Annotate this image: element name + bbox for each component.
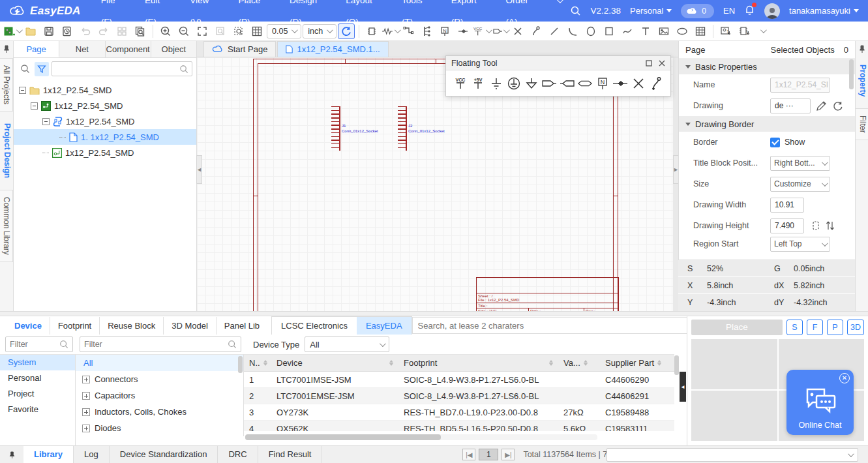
swap-width-height-icon[interactable] <box>826 220 835 231</box>
collapse-icon[interactable] <box>31 102 38 110</box>
workspace-dropdown[interactable]: Personal <box>630 6 672 16</box>
pin-probe-icon[interactable] <box>648 75 664 92</box>
zoom-window-icon[interactable] <box>212 23 229 39</box>
cloud-sync-badge[interactable]: 0 <box>681 4 714 18</box>
title-block-position-select[interactable]: Right Bott... <box>770 156 830 171</box>
table-row[interactable]: 2LTC7001EMSE-JSMSOIC-8_L4.9-W3.8-P1.27-L… <box>244 388 674 404</box>
fit-view-icon[interactable] <box>194 23 211 39</box>
tab-reuse-block[interactable]: Reuse Block <box>100 317 164 335</box>
scope-personal[interactable]: Personal <box>0 370 75 386</box>
category-capacitors[interactable]: Capacitors <box>76 387 243 404</box>
col-supplier-part[interactable]: Supplier Part <box>600 358 674 368</box>
easyeda-logo[interactable]: EasyEDA <box>0 5 93 18</box>
tree-node-board[interactable]: 1x12_P2.54_SMD <box>14 98 196 113</box>
tab-schematic-doc[interactable]: 1x12_P2.54_SMD.1... <box>277 41 388 57</box>
mode-footprint-button[interactable]: F <box>807 320 823 335</box>
sort-icon[interactable] <box>657 360 661 366</box>
tab-panel-lib[interactable]: Panel Lib <box>217 317 267 335</box>
save-as-icon[interactable] <box>59 23 76 39</box>
col-number[interactable]: N.. <box>244 358 271 368</box>
tab-project-design[interactable]: Project Design <box>0 117 13 185</box>
toolbar-more-chevron-icon[interactable] <box>754 23 771 39</box>
tab-component[interactable]: Component <box>106 41 151 57</box>
netport-output-icon[interactable] <box>541 75 557 92</box>
gnd-flag-icon[interactable] <box>488 75 504 92</box>
schematic-component-j2[interactable]: J2 Conn_01x12_Socket <box>391 106 450 153</box>
scope-project[interactable]: Project <box>0 386 75 402</box>
vcc-flag-icon[interactable]: VCC <box>453 75 468 92</box>
place-bus-icon[interactable] <box>418 23 435 39</box>
open-folder-icon[interactable] <box>22 23 39 39</box>
col-value[interactable]: Va... <box>558 358 600 368</box>
category-connectors[interactable]: Connectors <box>76 371 243 387</box>
netport-input-icon[interactable] <box>560 75 575 92</box>
section-drawing-border[interactable]: Drawing Border <box>679 116 855 132</box>
place-symbol-icon[interactable] <box>363 23 380 39</box>
tab-object[interactable]: Object <box>151 41 196 57</box>
place-panel-collapse-handle[interactable]: ◄ <box>680 372 686 402</box>
category-diodes[interactable]: Diodes <box>76 420 243 436</box>
close-icon[interactable] <box>659 60 665 67</box>
tree-filter-input[interactable] <box>52 61 192 76</box>
filter-icon[interactable] <box>35 62 49 76</box>
mode-schematic-button[interactable]: S <box>786 320 803 335</box>
col-footprint[interactable]: Footprint <box>398 358 558 368</box>
drawing-width-field[interactable]: 10.91 <box>770 198 804 213</box>
category-all[interactable]: All <box>76 355 243 371</box>
tab-easyeda[interactable]: EasyEDA <box>357 317 412 335</box>
user-menu[interactable]: tanakamasayuki <box>789 6 859 16</box>
tab-start-page[interactable]: Start Page <box>203 41 276 57</box>
sort-icon[interactable] <box>549 360 553 366</box>
place-resistor-icon[interactable] <box>382 23 398 39</box>
sort-icon[interactable] <box>584 360 588 366</box>
place-pin-icon[interactable] <box>528 23 545 39</box>
section-basic-properties[interactable]: Basic Properties <box>679 59 855 74</box>
tab-device[interactable]: Device <box>7 317 50 335</box>
ic-wizard-icon[interactable]: 1 <box>736 23 753 39</box>
tab-device-standardization[interactable]: Device Standardization <box>110 446 218 463</box>
draw-rect-icon[interactable] <box>601 23 618 39</box>
tab-property[interactable]: Property <box>856 58 868 103</box>
scope-system[interactable]: System <box>0 355 75 370</box>
earth-gnd-icon[interactable] <box>506 75 522 92</box>
collapse-icon[interactable] <box>42 118 50 125</box>
search-icon[interactable] <box>18 62 32 76</box>
vcc-flag-icon[interactable]: VCC <box>473 23 490 39</box>
left-panel-collapse-handle[interactable]: ◄ <box>196 155 202 184</box>
tree-node-schematic[interactable]: 1x12_P2.54_SMD <box>14 113 196 129</box>
link-dimensions-icon[interactable] <box>811 220 821 231</box>
refresh-icon[interactable] <box>832 100 843 112</box>
save-icon[interactable] <box>40 23 57 39</box>
tab-lcsc-electronics[interactable]: LCSC Electronics <box>272 317 357 335</box>
tab-3d-model[interactable]: 3D Model <box>164 317 217 335</box>
symbol-preview-pane[interactable] <box>691 339 777 389</box>
region-start-select[interactable]: Left Top <box>770 237 830 252</box>
floating-tool-titlebar[interactable]: Floating Tool <box>446 56 670 70</box>
pin-icon[interactable] <box>859 45 865 53</box>
unit-select[interactable]: inch <box>303 24 337 38</box>
expand-icon[interactable] <box>82 392 90 400</box>
table-vertical-scrollbar[interactable] <box>674 355 679 421</box>
tab-page[interactable]: Page <box>14 41 59 57</box>
pin-icon[interactable] <box>0 451 23 459</box>
tree-node-project[interactable]: 1x12_P2.54_SMD <box>14 82 196 98</box>
collapse-icon[interactable] <box>19 87 26 94</box>
online-chat-button[interactable]: ✕ Online Chat <box>786 370 854 435</box>
bottom-panel-splitter[interactable] <box>0 311 868 316</box>
place-button[interactable]: Place <box>691 320 783 335</box>
canvas-rotate-icon[interactable] <box>338 23 355 39</box>
align-blocks-icon[interactable] <box>113 23 130 39</box>
size-select[interactable]: Customize <box>770 177 830 192</box>
tab-drc[interactable]: DRC <box>218 446 258 463</box>
category-scrollbar[interactable] <box>238 356 243 428</box>
table-row[interactable]: 4OX562KRES-TH_BD5.5-L16.5-P20.50-D0.85.6… <box>244 421 674 431</box>
plus5v-flag-icon[interactable]: +5V <box>470 75 486 92</box>
tab-find-result[interactable]: Find Result <box>258 446 323 463</box>
zoom-out-icon[interactable] <box>175 23 192 39</box>
mode-pcb-button[interactable]: P <box>827 320 843 335</box>
tree-node-page-selected[interactable]: 1. 1x12_P2.54_SMD <box>14 129 196 145</box>
netport-bidir-icon[interactable] <box>577 75 593 92</box>
sort-icon[interactable] <box>389 360 393 366</box>
no-connect-icon[interactable] <box>509 23 526 39</box>
net-label-icon[interactable]: N <box>595 75 610 92</box>
